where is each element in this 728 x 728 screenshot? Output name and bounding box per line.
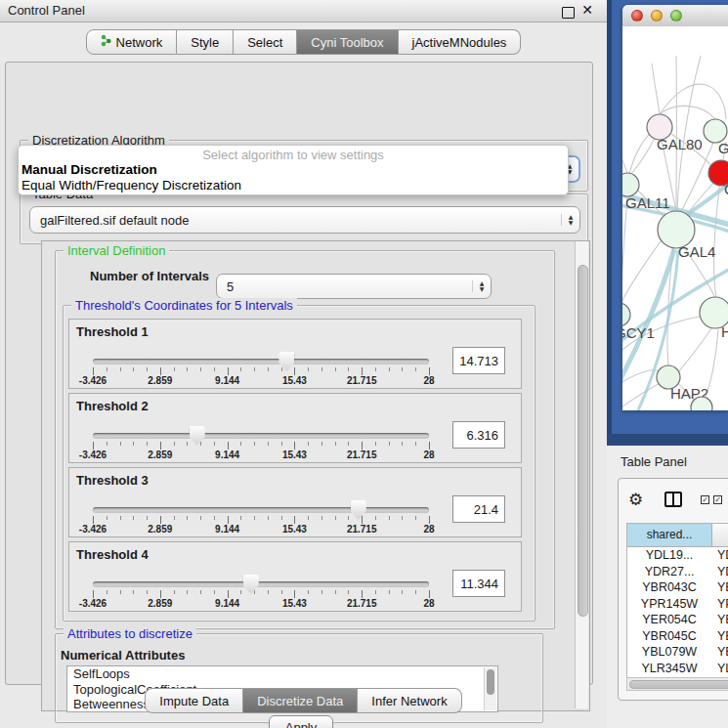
close-icon[interactable]: ✕ [581, 2, 593, 18]
cell-shared-name[interactable]: YBL079W [627, 644, 711, 661]
combo-stepper-icon[interactable]: ▲▼ [561, 214, 579, 226]
numerical-attributes-heading: Numerical Attributes [61, 648, 185, 663]
table-row[interactable]: YER054CYER0 [627, 612, 728, 628]
network-node[interactable] [622, 303, 630, 326]
frame-edge [607, 434, 728, 446]
network-edge[interactable] [677, 56, 701, 212]
checkbox-icon[interactable]: ✓ [713, 495, 722, 504]
column-header-shared-name[interactable]: shared... [627, 524, 712, 546]
cell-name[interactable]: YDL1 [711, 547, 728, 564]
tab-cyni-toolbox[interactable]: Cyni Toolbox [297, 29, 398, 55]
cell-name[interactable]: YBL0 [711, 644, 728, 661]
node-attribute-table: shared... na YDL19...YDL1YDR27...YDR2YBR… [626, 523, 728, 684]
cell-name[interactable]: YPR1 [711, 596, 728, 613]
table-data-combobox[interactable]: galFiltered.sif default node ▲▼ [29, 206, 580, 234]
threshold-panel: Threshold 2-3.4262.8599.14415.4321.71528… [68, 393, 522, 463]
dropdown-placeholder-item[interactable]: Select algorithm to view settings [19, 148, 568, 162]
vertical-scrollbar[interactable] [575, 241, 588, 708]
threshold-label: Threshold 1 [76, 324, 149, 339]
network-canvas[interactable]: GAL80GACGAL11GAL4GCY1HHAP2 [622, 26, 728, 410]
table-row[interactable]: YDR27...YDR2 [627, 564, 728, 580]
network-edge[interactable] [678, 327, 712, 372]
slider-tick-labels: -3.4262.8599.14415.4321.71528 [93, 450, 429, 460]
panel-title: Control Panel [8, 3, 85, 18]
column-header-name[interactable]: na [712, 524, 728, 546]
vertical-scrollbar-thumb[interactable] [578, 265, 588, 617]
table-row[interactable]: YLR345WYLR3 [627, 661, 728, 677]
cell-shared-name[interactable]: YBR043C [627, 579, 711, 596]
threshold-value-field[interactable]: 14.713 [452, 347, 505, 374]
combo-stepper-icon[interactable]: ▲▼ [472, 280, 491, 292]
dropdown-option[interactable]: Manual Discretization [19, 162, 568, 178]
threshold-value-field[interactable]: 11.344 [452, 570, 505, 597]
checkbox-icon[interactable]: ✓ [701, 495, 709, 504]
cell-shared-name[interactable]: YPR145W [627, 596, 711, 613]
close-traffic-light-icon[interactable] [631, 10, 643, 21]
tab-style[interactable]: Style [177, 29, 234, 55]
slider-track[interactable] [93, 507, 429, 513]
slider-track[interactable] [93, 359, 429, 364]
horizontal-scrollbar-thumb[interactable] [629, 680, 728, 689]
network-edge[interactable] [622, 144, 628, 175]
tab-network[interactable]: Network [86, 29, 178, 55]
network-edge[interactable] [622, 197, 627, 304]
bottom-tab-bar: Impute DataDiscretize DataInfer Network [0, 688, 607, 713]
table-row[interactable]: YBR043CYBR0 [627, 579, 728, 596]
cell-shared-name[interactable]: YDR27... [627, 564, 711, 580]
cell-shared-name[interactable]: YBR045C [627, 628, 711, 645]
network-node-label: GAL11 [625, 194, 670, 211]
tab-discretize-data[interactable]: Discretize Data [243, 688, 358, 713]
threshold-panel: Threshold 1-3.4262.8599.14415.4321.71528… [68, 319, 522, 389]
table-row[interactable]: YBR045CYBR0 [627, 628, 728, 645]
threshold-label: Threshold 3 [76, 473, 149, 488]
float-window-icon[interactable] [562, 7, 575, 19]
gear-icon[interactable]: ⚙ [628, 490, 643, 509]
network-edge-highlighted[interactable] [683, 183, 728, 217]
tab-infer-network[interactable]: Infer Network [358, 688, 461, 713]
threshold-value-field[interactable]: 6.316 [452, 421, 505, 449]
cell-shared-name[interactable]: YER054C [627, 612, 711, 628]
cell-name[interactable]: YLR3 [711, 661, 728, 677]
slider-track[interactable] [93, 581, 429, 587]
table-row[interactable]: YBL079WYBL0 [627, 644, 728, 661]
cell-name[interactable]: YDR2 [711, 564, 728, 580]
group-title: Threshold's Coordinates for 5 Intervals [71, 298, 297, 313]
dropdown-option[interactable]: Equal Width/Frequency Discretization [19, 178, 568, 193]
num-intervals-combobox[interactable]: 5 ▲▼ [216, 274, 492, 299]
cell-shared-name[interactable]: YLR345W [627, 661, 711, 677]
group-title: Attributes to discretize [64, 626, 196, 641]
network-node-label: GCY1 [622, 324, 655, 341]
network-node[interactable] [622, 173, 639, 196]
threshold-value-field[interactable]: 21.4 [452, 495, 505, 523]
tab-impute-data[interactable]: Impute Data [145, 688, 243, 713]
cell-shared-name[interactable]: YDL19... [627, 547, 711, 564]
table-row[interactable]: YPR145WYPR1 [627, 596, 728, 613]
minimize-traffic-light-icon[interactable] [651, 10, 663, 21]
table-row[interactable]: YDL19...YDL1 [627, 547, 728, 564]
table-panel-header: Table Panel [607, 446, 728, 477]
control-panel-titlebar: Control Panel ✕ [0, 0, 607, 22]
horizontal-scrollbar[interactable] [626, 677, 728, 691]
tab-jactivemnodules[interactable]: jActiveMNodules [399, 29, 522, 55]
slider-tick-labels: -3.4262.8599.14415.4321.71528 [93, 375, 429, 386]
split-columns-icon[interactable] [664, 492, 682, 507]
network-edge[interactable] [622, 240, 662, 304]
network-edge[interactable] [631, 138, 655, 174]
cell-name[interactable]: YER0 [711, 612, 728, 628]
network-view-frame: GAL80GACGAL11GAL4GCY1HHAP2 [607, 0, 728, 446]
algorithm-dropdown-popup: Select algorithm to view settings Manual… [18, 145, 569, 195]
slider-track[interactable] [93, 433, 429, 439]
apply-button[interactable]: Apply [269, 715, 333, 728]
network-edge[interactable] [652, 64, 660, 114]
cell-name[interactable]: YBR0 [711, 628, 728, 645]
tab-select[interactable]: Select [234, 29, 297, 55]
table-panel-title: Table Panel [621, 454, 687, 469]
cell-name[interactable]: YBR0 [711, 579, 728, 596]
zoom-traffic-light-icon[interactable] [670, 10, 682, 21]
network-window-titlebar[interactable] [622, 5, 728, 27]
threshold-label: Threshold 2 [76, 399, 149, 413]
attribute-list-item[interactable]: SelfLoops [67, 666, 497, 682]
network-window: GAL80GACGAL11GAL4GCY1HHAP2 [622, 5, 728, 410]
network-node-label: GAL4 [678, 243, 715, 260]
slider-tick-labels: -3.4262.8599.14415.4321.71528 [93, 598, 429, 609]
